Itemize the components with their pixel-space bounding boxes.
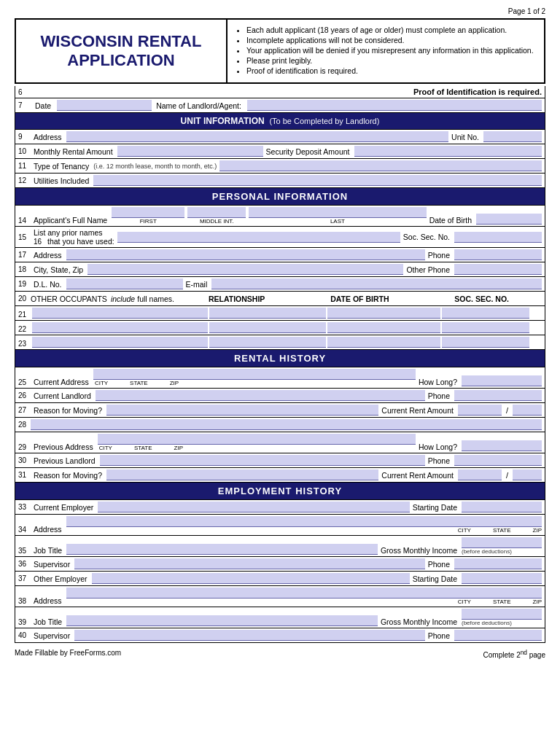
tenancy-field[interactable]	[219, 160, 542, 171]
prior-names-label2: that you have used:	[47, 237, 114, 246]
row-num-17: 17	[18, 251, 28, 259]
occupant-dob-22[interactable]	[327, 322, 440, 333]
occupant-name-23[interactable]	[32, 337, 208, 348]
page-number: Page 1 of 2	[15, 7, 545, 15]
starting-date-label-37: Starting Date	[413, 574, 457, 583]
middle-name-field[interactable]	[187, 207, 246, 218]
soc-sec-label: Soc. Sec. No.	[403, 233, 450, 241]
date-field[interactable]	[57, 100, 152, 111]
dl-field[interactable]	[66, 278, 183, 289]
starting-date-field-33[interactable]	[462, 502, 542, 512]
state-label-38: STATE	[493, 599, 511, 605]
prior-names-field[interactable]	[117, 232, 400, 243]
current-address-field[interactable]	[93, 369, 416, 380]
address-label-17: Address	[34, 251, 62, 260]
utilities-field[interactable]	[93, 175, 542, 186]
how-long-field-25[interactable]	[462, 375, 542, 386]
supervisor-field-36[interactable]	[74, 558, 424, 569]
monthly-rental-field[interactable]	[117, 146, 263, 157]
row-num-39: 39	[18, 618, 28, 626]
middle-label: MIDDLE INT.	[200, 218, 234, 225]
address-field-9[interactable]	[66, 131, 449, 142]
occupant-soc-21[interactable]	[442, 308, 529, 319]
security-deposit-label: Security Deposit Amount	[266, 147, 350, 156]
footer-right: Complete 2nd page	[483, 649, 545, 659]
how-long-field-29[interactable]	[462, 440, 542, 451]
address-field-17[interactable]	[66, 249, 425, 260]
phone-field-30[interactable]	[454, 455, 542, 466]
current-rent-field-27[interactable]	[458, 405, 502, 416]
phone-label-26: Phone	[428, 391, 450, 400]
bullet-3: Your application will be denied if you m…	[246, 46, 537, 55]
header-bullets: Each adult applicant (18 years of age or…	[228, 20, 544, 82]
current-employer-field[interactable]	[98, 502, 409, 512]
row-num-26: 26	[18, 391, 28, 399]
occupant-rel-22[interactable]	[209, 322, 326, 333]
occupant-soc-22[interactable]	[442, 322, 529, 333]
supervisor-field-40[interactable]	[74, 630, 424, 641]
phone-label-40: Phone	[428, 631, 450, 640]
phone-field-36[interactable]	[454, 558, 542, 569]
security-deposit-field[interactable]	[354, 146, 542, 157]
occupant-soc-23[interactable]	[442, 337, 529, 348]
current-rent-period-31[interactable]	[513, 469, 542, 480]
include-label: include	[111, 295, 135, 303]
unit-no-field[interactable]	[483, 131, 542, 142]
first-label: FIRST	[140, 218, 157, 225]
city-label-29: CITY	[99, 445, 112, 451]
occupant-rel-21[interactable]	[209, 308, 326, 319]
footer: Made Fillable by FreeForms.com Complete …	[15, 649, 545, 659]
occupant-rel-23[interactable]	[209, 337, 326, 348]
row-num-22: 22	[18, 325, 28, 333]
gross-income-field-39[interactable]	[462, 609, 542, 620]
landlord-field[interactable]	[247, 100, 542, 111]
gross-income-field-35[interactable]	[462, 537, 542, 548]
starting-date-field-37[interactable]	[462, 573, 542, 584]
phone-label-30: Phone	[428, 456, 450, 465]
last-name-field[interactable]	[249, 207, 426, 218]
row-num-35: 35	[18, 547, 28, 555]
current-rent-field-31[interactable]	[458, 469, 502, 480]
row-num-40: 40	[18, 631, 28, 639]
job-title-label-35: Job Title	[34, 546, 62, 555]
reason-moving-label-31: Reason for Moving?	[34, 471, 102, 480]
phone-field-17[interactable]	[454, 249, 542, 260]
other-phone-field[interactable]	[454, 264, 542, 275]
occupant-name-21[interactable]	[32, 308, 208, 319]
current-rent-period-27[interactable]	[513, 405, 542, 416]
extra-field-28[interactable]	[31, 419, 542, 430]
occupant-dob-21[interactable]	[327, 308, 440, 319]
address-label-34: Address	[34, 525, 62, 534]
reason-moving-field-31[interactable]	[106, 469, 378, 480]
row-num-33: 33	[18, 503, 28, 511]
other-employer-field[interactable]	[92, 573, 410, 584]
current-employer-label: Current Employer	[34, 503, 93, 512]
row-num-12: 12	[18, 176, 28, 184]
bullet-2: Incomplete applications will not be cons…	[246, 36, 537, 44]
current-rent-label-27: Current Rent Amount	[381, 406, 454, 415]
job-title-field-39[interactable]	[66, 615, 378, 626]
row-num-37: 37	[18, 574, 28, 582]
email-field[interactable]	[211, 278, 542, 289]
rental-history-header: RENTAL HISTORY	[15, 350, 545, 367]
current-landlord-field[interactable]	[96, 390, 425, 401]
row-num-6: 6	[18, 88, 28, 96]
occupant-name-22[interactable]	[32, 322, 208, 333]
dob-field[interactable]	[476, 214, 542, 225]
reason-moving-field-27[interactable]	[106, 405, 378, 416]
occupant-dob-23[interactable]	[327, 337, 440, 348]
prev-address-field[interactable]	[98, 434, 416, 445]
zip-label-25: ZIP	[170, 380, 179, 386]
phone-field-40[interactable]	[454, 630, 542, 641]
city-state-zip-field[interactable]	[88, 264, 403, 275]
phone-field-26[interactable]	[454, 390, 542, 401]
header-box: WISCONSIN RENTAL APPLICATION Each adult …	[15, 18, 545, 84]
job-title-field-35[interactable]	[66, 544, 378, 555]
soc-sec-field[interactable]	[454, 232, 542, 243]
prev-landlord-field[interactable]	[100, 455, 425, 466]
address-field-38[interactable]	[66, 588, 542, 599]
address-field-34[interactable]	[66, 516, 542, 527]
first-name-field[interactable]	[112, 207, 184, 218]
row-num-25: 25	[18, 378, 28, 386]
phone-label-36: Phone	[428, 560, 450, 569]
